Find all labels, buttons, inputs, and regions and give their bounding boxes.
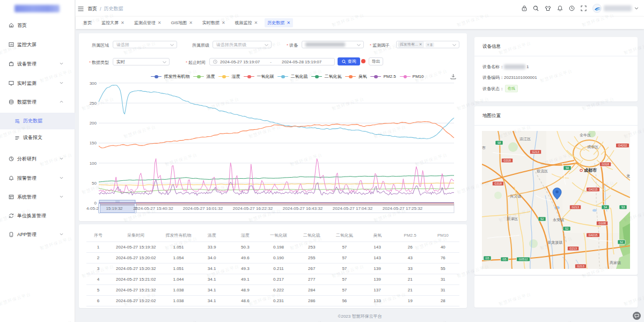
- svg-text:S3: S3: [621, 206, 625, 209]
- svg-text:S8: S8: [497, 141, 501, 144]
- svg-text:S4: S4: [604, 206, 608, 209]
- svg-text:G5: G5: [502, 258, 506, 261]
- svg-text:新津区: 新津区: [507, 216, 518, 221]
- svg-text:G318: G318: [602, 163, 609, 166]
- svg-text:高家镇: 高家镇: [610, 261, 621, 265]
- svg-text:4-05-2: 4-05-2: [86, 206, 99, 211]
- svg-text:2024-05-27 16:01:32: 2024-05-27 16:01:32: [183, 206, 223, 211]
- svg-text:成华区: 成华区: [587, 145, 598, 149]
- svg-text:G318: G318: [503, 159, 510, 162]
- svg-text:S2: S2: [620, 240, 624, 244]
- svg-text:G213: G213: [569, 247, 576, 250]
- svg-text:G5: G5: [485, 257, 489, 260]
- svg-text:100: 100: [90, 161, 97, 166]
- svg-text:永安镇: 永安镇: [553, 218, 564, 222]
- svg-text:250: 250: [90, 101, 97, 106]
- svg-text:G318: G318: [494, 182, 501, 185]
- svg-text:G213: G213: [532, 150, 539, 153]
- svg-text:G213: G213: [577, 265, 584, 268]
- svg-text:G213: G213: [572, 206, 579, 209]
- svg-text:0: 0: [94, 201, 97, 206]
- svg-text:S6: S6: [566, 166, 569, 170]
- svg-text:2024-05-27 17:25:32: 2024-05-27 17:25:32: [383, 206, 423, 211]
- svg-text:S2: S2: [565, 227, 569, 230]
- svg-text:G0512: G0512: [519, 258, 528, 261]
- svg-text:200: 200: [90, 121, 97, 126]
- svg-text:兴义镇: 兴义镇: [510, 194, 521, 199]
- svg-text:150: 150: [90, 141, 97, 145]
- svg-text:G108: G108: [598, 222, 605, 225]
- svg-text:G4215: G4215: [589, 188, 598, 191]
- svg-text:300: 300: [90, 81, 97, 86]
- svg-text:双流区: 双流区: [537, 169, 548, 173]
- svg-text:黄龙溪镇: 黄龙溪镇: [547, 240, 562, 245]
- svg-text:S2: S2: [540, 217, 544, 221]
- svg-text:G4202: G4202: [618, 144, 627, 147]
- svg-text:15:19:32: 15:19:32: [106, 206, 123, 211]
- svg-text:2024-05-27 16:43:32: 2024-05-27 16:43:32: [283, 206, 323, 211]
- svg-text:2024-05-27 15:40:32: 2024-05-27 15:40:32: [133, 206, 173, 211]
- svg-text:2024-05-27 17:04:32: 2024-05-27 17:04:32: [333, 206, 373, 211]
- svg-text:市: 市: [482, 145, 486, 150]
- svg-text:金牛区: 金牛区: [580, 133, 591, 137]
- svg-text:成都市: 成都市: [583, 167, 597, 173]
- svg-text:G4215: G4215: [589, 233, 598, 237]
- svg-text:50: 50: [92, 181, 97, 186]
- svg-text:2024-05-27 16:22:32: 2024-05-27 16:22:32: [233, 206, 273, 211]
- svg-text:温江区: 温江区: [519, 137, 531, 141]
- svg-text:龙: 龙: [626, 174, 630, 178]
